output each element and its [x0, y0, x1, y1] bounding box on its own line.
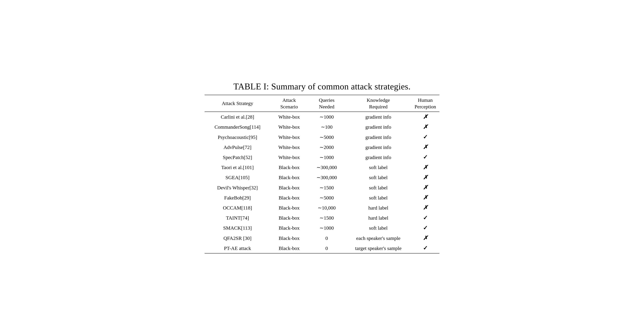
table-row: TAINT[74]Black-box∼1500hard label✓	[204, 213, 440, 223]
cell-perception: ✗	[411, 192, 440, 203]
table-row: CommanderSong[114]White-box∼100gradient …	[204, 122, 440, 132]
cross-icon: ✗	[423, 174, 428, 180]
cell-knowledge: target speaker's sample	[346, 243, 411, 253]
table-row: Taori et al.[101]Black-box∼300,000soft l…	[204, 162, 440, 172]
cell-strategy: CommanderSong[114]	[204, 122, 270, 132]
cell-knowledge: soft label	[346, 192, 411, 203]
cell-strategy: SGEA[105]	[204, 172, 270, 182]
cell-knowledge: hard label	[346, 213, 411, 223]
cell-queries: ∼100	[308, 122, 346, 132]
cell-queries: ∼5000	[308, 132, 346, 142]
cell-scenario: Black-box	[270, 233, 308, 243]
table-body: Carlini et al.[28]White-box∼1000gradient…	[204, 112, 440, 254]
cell-perception: ✗	[411, 203, 440, 213]
cross-icon: ✗	[423, 194, 428, 201]
cell-queries: ∼1000	[308, 223, 346, 233]
table-row: Psychoacoustic[95]White-box∼5000gradient…	[204, 132, 440, 142]
table-row: Carlini et al.[28]White-box∼1000gradient…	[204, 112, 440, 122]
cell-scenario: Black-box	[270, 192, 308, 203]
table-row: QFA2SR [30]Black-box0each speaker's samp…	[204, 233, 440, 243]
cell-scenario: Black-box	[270, 203, 308, 213]
cell-knowledge: gradient info	[346, 112, 411, 122]
cross-icon: ✗	[423, 124, 428, 130]
col-header-scenario: AttackScenario	[270, 95, 308, 112]
cell-perception: ✗	[411, 142, 440, 152]
cell-perception: ✗	[411, 112, 440, 122]
cell-knowledge: soft label	[346, 182, 411, 192]
table-row: OCCAM[118]Black-box∼10,000hard label✗	[204, 203, 440, 213]
cell-queries: ∼1500	[308, 182, 346, 192]
table-row: SMACK[113]Black-box∼1000soft label✓	[204, 223, 440, 233]
cross-icon: ✗	[423, 184, 428, 190]
cell-knowledge: gradient info	[346, 132, 411, 142]
table-row: SpecPatch[52]White-box∼1000gradient info…	[204, 152, 440, 162]
table-row: AdvPulse[72]White-box∼2000gradient info✗	[204, 142, 440, 152]
cell-strategy: AdvPulse[72]	[204, 142, 270, 152]
check-icon: ✓	[423, 215, 428, 221]
cell-knowledge: gradient info	[346, 152, 411, 162]
cell-queries: ∼10,000	[308, 203, 346, 213]
cell-scenario: Black-box	[270, 162, 308, 172]
cell-queries: 0	[308, 233, 346, 243]
table-row: Devil's Whisper[32]Black-box∼1500soft la…	[204, 182, 440, 192]
cell-perception: ✓	[411, 132, 440, 142]
check-icon: ✓	[423, 225, 428, 231]
check-icon: ✓	[423, 134, 428, 140]
cell-queries: ∼5000	[308, 192, 346, 203]
cross-icon: ✗	[423, 114, 428, 120]
cell-knowledge: gradient info	[346, 142, 411, 152]
cell-strategy: Psychoacoustic[95]	[204, 132, 270, 142]
col-header-strategy: Attack Strategy	[204, 95, 270, 112]
cell-knowledge: soft label	[346, 223, 411, 233]
cross-icon: ✗	[423, 164, 428, 170]
cell-scenario: Black-box	[270, 223, 308, 233]
cell-perception: ✓	[411, 243, 440, 253]
data-table: Attack Strategy AttackScenario QueriesNe…	[204, 95, 440, 254]
cell-strategy: PT-AE attack	[204, 243, 270, 253]
cell-scenario: Black-box	[270, 182, 308, 192]
table-title: TABLE I: Summary of common attack strate…	[204, 82, 440, 92]
page-container: TABLE I: Summary of common attack strate…	[204, 82, 440, 254]
cell-knowledge: gradient info	[346, 122, 411, 132]
cell-scenario: Black-box	[270, 172, 308, 182]
cell-scenario: Black-box	[270, 213, 308, 223]
cell-strategy: QFA2SR [30]	[204, 233, 270, 243]
cell-perception: ✗	[411, 182, 440, 192]
cell-scenario: White-box	[270, 132, 308, 142]
check-icon: ✓	[423, 154, 428, 160]
table-row: FakeBob[29]Black-box∼5000soft label✗	[204, 192, 440, 203]
col-header-knowledge: KnowledgeRequired	[346, 95, 411, 112]
cell-queries: 0	[308, 243, 346, 253]
header-row-top: Attack Strategy AttackScenario QueriesNe…	[204, 95, 440, 112]
table-row: SGEA[105]Black-box∼300,000soft label✗	[204, 172, 440, 182]
cross-icon: ✗	[423, 235, 428, 241]
check-icon: ✓	[423, 245, 428, 251]
col-header-queries: QueriesNeeded	[308, 95, 346, 112]
cell-queries: ∼300,000	[308, 162, 346, 172]
cell-scenario: White-box	[270, 112, 308, 122]
cell-scenario: White-box	[270, 122, 308, 132]
cell-knowledge: soft label	[346, 162, 411, 172]
cell-strategy: Taori et al.[101]	[204, 162, 270, 172]
cell-strategy: SpecPatch[52]	[204, 152, 270, 162]
cell-queries: ∼300,000	[308, 172, 346, 182]
cell-strategy: FakeBob[29]	[204, 192, 270, 203]
cell-perception: ✗	[411, 122, 440, 132]
cell-perception: ✓	[411, 152, 440, 162]
col-header-perception: HumanPerception	[411, 95, 440, 112]
cell-strategy: SMACK[113]	[204, 223, 270, 233]
cell-queries: ∼1000	[308, 152, 346, 162]
cell-queries: ∼2000	[308, 142, 346, 152]
cell-strategy: TAINT[74]	[204, 213, 270, 223]
cell-scenario: White-box	[270, 142, 308, 152]
cross-icon: ✗	[423, 204, 428, 211]
cell-knowledge: hard label	[346, 203, 411, 213]
cell-scenario: Black-box	[270, 243, 308, 253]
cell-knowledge: soft label	[346, 172, 411, 182]
cell-perception: ✗	[411, 233, 440, 243]
cell-perception: ✗	[411, 172, 440, 182]
cell-strategy: Devil's Whisper[32]	[204, 182, 270, 192]
cell-perception: ✗	[411, 162, 440, 172]
cell-knowledge: each speaker's sample	[346, 233, 411, 243]
cell-queries: ∼1500	[308, 213, 346, 223]
